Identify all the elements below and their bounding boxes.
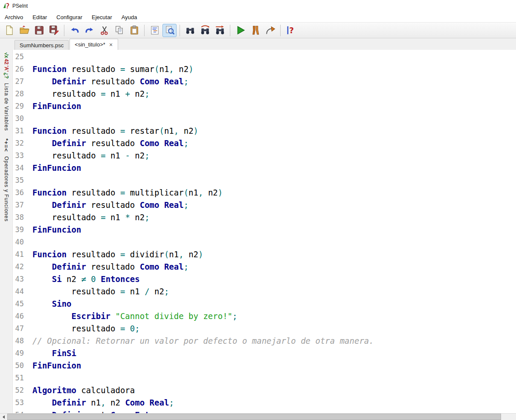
find-button[interactable] — [183, 24, 197, 37]
code-row[interactable]: 35 — [13, 174, 516, 187]
code-row[interactable]: 26Funcion resultado = sumar(n1, n2) — [13, 63, 516, 75]
code-row[interactable]: 44 resultado = n1 / n2; — [13, 285, 516, 298]
menu-bar: Archivo Editar Configurar Ejecutar Ayuda — [0, 12, 516, 22]
code-row[interactable]: 31Funcion resultado = restar(n1, n2) — [13, 125, 516, 137]
menu-item-editar[interactable]: Editar — [28, 12, 52, 22]
main-area: √x 42 'A' ¿? Lista de Variables *+=< Ope… — [0, 50, 516, 413]
toolbar: ? — [0, 22, 516, 38]
code-row[interactable]: 25 — [13, 51, 516, 63]
save-icon — [34, 25, 44, 35]
code-row[interactable]: 46 Escribir "Cannot divide by zero!"; — [13, 310, 516, 322]
zoom-view-button[interactable] — [162, 24, 177, 37]
line-number: 37 — [13, 199, 32, 211]
code-text: Definir resultado Como Real; — [32, 261, 188, 273]
help-button[interactable]: ? — [284, 24, 298, 37]
undo-button[interactable] — [67, 24, 81, 37]
char-type-icon: 'A' — [3, 66, 9, 72]
code-row[interactable]: 33 resultado = n1 - n2; — [13, 150, 516, 162]
code-row[interactable]: 37 Definir resultado Como Real; — [13, 199, 516, 211]
run-to-cursor-button[interactable] — [263, 24, 277, 37]
binoculars-replace-icon — [200, 25, 210, 35]
scroll-left-button[interactable] — [0, 414, 7, 420]
line-number: 53 — [13, 397, 32, 409]
code-row[interactable]: 52Algoritmo calculadora — [13, 384, 516, 397]
title-bar: PSeInt — [0, 0, 516, 12]
line-number: 36 — [13, 187, 32, 199]
code-text: FinFuncion — [32, 224, 81, 236]
paste-button[interactable] — [127, 24, 141, 37]
code-text: Funcion resultado = restar(n1, n2) — [32, 125, 198, 137]
step-run-button[interactable] — [248, 24, 262, 37]
code-text: FinSi — [32, 347, 76, 360]
line-number: 50 — [13, 360, 32, 372]
menu-item-configurar[interactable]: Configurar — [52, 12, 87, 22]
code-row[interactable]: 53 Definir n1, n2 Como Real; — [13, 397, 516, 409]
code-row[interactable]: 50FinFuncion — [13, 360, 516, 372]
code-row[interactable]: 45 Sino — [13, 298, 516, 310]
code-area: 2526Funcion resultado = sumar(n1, n2)27 … — [13, 51, 516, 413]
code-text: Definir resultado Como Real; — [32, 199, 188, 211]
code-row[interactable]: 28 resultado = n1 + n2; — [13, 88, 516, 100]
code-row[interactable]: 51 — [13, 372, 516, 384]
code-row[interactable]: 47 resultado = 0; — [13, 322, 516, 335]
open-file-button[interactable] — [17, 24, 31, 37]
code-text: resultado = 0; — [32, 322, 140, 335]
format-source-button[interactable] — [148, 24, 162, 37]
new-file-button[interactable] — [2, 24, 16, 37]
code-row[interactable]: 43 Si n2 ≠ 0 Entonces — [13, 273, 516, 285]
tab-sin-titulo[interactable]: <sin_titulo>* × — [70, 39, 118, 50]
code-text: Definir resultado Como Real; — [32, 75, 188, 88]
code-row[interactable]: 49 FinSi — [13, 347, 516, 360]
logic-type-icon: ¿? — [3, 72, 9, 79]
code-row[interactable]: 48// Opcional: Retornar un valor por def… — [13, 335, 516, 347]
code-row[interactable]: 42 Definir resultado Como Real; — [13, 261, 516, 273]
horizontal-scrollbar[interactable] — [0, 413, 516, 420]
code-row[interactable]: 32 Definir resultado Como Real; — [13, 137, 516, 150]
line-number: 52 — [13, 384, 32, 397]
run-button[interactable] — [233, 24, 247, 37]
new-file-icon — [4, 25, 14, 35]
toolbar-separator — [180, 25, 180, 36]
binoculars-arrow-icon — [215, 25, 225, 35]
code-row[interactable]: 27 Definir resultado Como Real; — [13, 75, 516, 88]
cut-scissors-icon — [99, 25, 110, 35]
code-text: Si n2 ≠ 0 Entonces — [32, 273, 140, 285]
find-next-button[interactable] — [213, 24, 227, 37]
code-row[interactable]: 29FinFuncion — [13, 100, 516, 112]
code-row[interactable]: 54 Definir opt Como Entero; — [13, 409, 516, 413]
variables-panel-toggle[interactable]: Lista de Variables — [3, 83, 9, 131]
help-icon: ? — [286, 25, 296, 35]
save-file-as-button[interactable] — [47, 24, 61, 37]
line-number: 43 — [13, 273, 32, 285]
save-file-button[interactable] — [32, 24, 46, 37]
redo-button[interactable] — [82, 24, 96, 37]
cut-button[interactable] — [97, 24, 111, 37]
line-number: 49 — [13, 347, 32, 360]
code-row[interactable]: 41Funcion resultado = dividir(n1, n2) — [13, 248, 516, 261]
code-editor[interactable]: 2526Funcion resultado = sumar(n1, n2)27 … — [13, 50, 516, 413]
redo-icon — [84, 25, 95, 35]
operators-panel-toggle[interactable]: Operadores y Funciones — [3, 156, 9, 222]
code-row[interactable]: 38 resultado = n1 * n2; — [13, 211, 516, 224]
menu-item-archivo[interactable]: Archivo — [0, 12, 28, 22]
menu-item-ayuda[interactable]: Ayuda — [117, 12, 142, 22]
copy-button[interactable] — [112, 24, 126, 37]
code-row[interactable]: 30 — [13, 112, 516, 125]
tab-sumnumbers[interactable]: SumNumbers.psc — [14, 40, 69, 50]
code-row[interactable]: 39FinFuncion — [13, 224, 516, 236]
scrollbar-thumb[interactable] — [7, 414, 501, 420]
line-number: 33 — [13, 150, 32, 162]
find-replace-button[interactable] — [198, 24, 212, 37]
code-text: Definir opt Como Entero; — [32, 409, 169, 413]
line-number: 51 — [13, 372, 32, 384]
code-row[interactable]: 40 — [13, 236, 516, 248]
close-icon[interactable]: × — [109, 42, 113, 48]
line-number: 42 — [13, 261, 32, 273]
line-number: 26 — [13, 63, 32, 75]
code-row[interactable]: 34FinFuncion — [13, 162, 516, 174]
code-text: Algoritmo calculadora — [32, 384, 135, 397]
code-text: resultado = n1 * n2; — [32, 211, 150, 224]
code-text: FinFuncion — [32, 162, 81, 174]
code-row[interactable]: 36Funcion resultado = multiplicar(n1, n2… — [13, 187, 516, 199]
menu-item-ejecutar[interactable]: Ejecutar — [87, 12, 117, 22]
